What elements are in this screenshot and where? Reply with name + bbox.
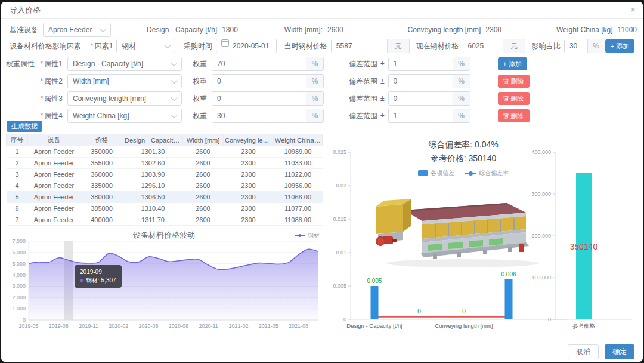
table-cell: 335000 <box>80 180 123 192</box>
calendar-icon <box>221 39 229 47</box>
trash-icon <box>503 96 509 101</box>
current-price-input[interactable]: 元 <box>463 39 525 53</box>
bar-value-label: 0.006 <box>501 271 516 278</box>
attr-select[interactable]: Design - Capacity [t/h] <box>67 57 182 71</box>
attr-value: Design - Capacity [t/h] <box>73 60 143 68</box>
cancel-button[interactable]: 取消 <box>568 344 599 359</box>
current-price-field[interactable] <box>463 39 503 53</box>
deviation-input[interactable]: % <box>388 57 470 71</box>
close-icon[interactable]: × <box>630 4 636 15</box>
factor-add-button[interactable]: + 添加 <box>605 39 634 53</box>
x-tick-label: 2021-02 <box>228 323 248 329</box>
table-cell: 2300 <box>224 169 274 180</box>
chevron-down-icon <box>100 26 106 32</box>
table-cell: 2600 <box>183 203 224 214</box>
attr-select[interactable]: Conveying length [mm] <box>67 91 182 106</box>
table-cell: 1302.60 <box>123 158 183 169</box>
table-row[interactable]: 4Apron Feeder3350001296.102600230010956.… <box>7 180 323 192</box>
weight-delete-button[interactable]: 删除 <box>498 109 530 122</box>
y-tick-label: 3,000 <box>12 283 26 289</box>
table-cell: 3 <box>7 169 28 180</box>
table-cell: Apron Feeder <box>28 169 80 180</box>
y-tick-label: 1,000 <box>12 306 26 312</box>
base-equipment-select[interactable]: Apron Feeder <box>43 23 111 37</box>
chevron-down-icon <box>171 112 177 118</box>
table-row[interactable]: 2Apron Feeder3550001302.602600230011033.… <box>7 158 323 169</box>
table-row[interactable]: 7Apron Feeder4000001311.702600230011088.… <box>7 214 323 226</box>
dialog-footer: 取消 确定 <box>1 342 643 362</box>
base-equipment-row: 基准设备 Apron Feeder Design - Capacity [t/h… <box>10 23 637 37</box>
deviation-input[interactable]: % <box>388 91 470 106</box>
attr-select[interactable]: Weight China [kg] <box>67 109 182 123</box>
weight-row-4: *属性4Weight China [kg]权重%偏差范围±%删除 <box>6 109 638 123</box>
table-cell: 6 <box>7 203 28 214</box>
trash-icon <box>503 113 509 119</box>
spec-width: Width [mm]: 2600 <box>284 26 343 34</box>
bar-value-label: 0 <box>462 308 466 315</box>
y-tick-label: 100,000 <box>531 275 551 281</box>
weight-delete-button[interactable]: 删除 <box>498 92 530 105</box>
plus-minus-label: ± <box>380 112 385 120</box>
deviation-field[interactable] <box>389 109 453 122</box>
equipment-3d-image <box>366 195 549 270</box>
spec-value: 2300 <box>485 26 501 34</box>
ratio-input[interactable]: % <box>564 39 605 53</box>
table-row[interactable]: 5Apron Feeder3800001306.502600230011066.… <box>7 192 323 203</box>
weight-add-button[interactable]: + 添加 <box>498 57 527 70</box>
weight-input[interactable]: % <box>212 109 324 123</box>
weight-field[interactable] <box>212 57 306 70</box>
weight-row-3: *属性3Conveying length [mm]权重%偏差范围±%删除 <box>6 91 638 106</box>
delete-label: 删除 <box>511 94 524 103</box>
factor1-select[interactable]: 钢材 <box>116 39 175 53</box>
table-row[interactable]: 1Apron Feeder3500001301.302600230010989.… <box>7 146 323 158</box>
past-price-field[interactable] <box>332 39 387 53</box>
weight-input[interactable]: % <box>212 74 324 88</box>
y-tick-label: 4,000 <box>12 272 26 278</box>
y-tick-label: 7,000 <box>12 238 26 244</box>
purchase-time-field[interactable] <box>233 39 276 53</box>
spec-design-capacity: Design - Capacity [t/h] 1300 <box>147 26 238 34</box>
weight-field[interactable] <box>212 75 306 88</box>
confirm-button[interactable]: 确定 <box>605 344 634 359</box>
attr-select[interactable]: Width [mm] <box>67 74 182 88</box>
deviation-field[interactable] <box>389 57 453 70</box>
reference-price-value: 350140 <box>570 242 598 251</box>
table-cell: 11022.00 <box>274 169 323 180</box>
spec-label: Width [mm]: <box>284 26 323 34</box>
table-row[interactable]: 6Apron Feeder3850001310.402600230011077.… <box>7 203 323 214</box>
table-cell: 1 <box>7 146 28 158</box>
weight-input[interactable]: % <box>212 91 324 106</box>
factor1-label: *因素1 <box>91 41 113 51</box>
dialog-header: 导入价格 × <box>1 2 643 19</box>
generate-data-button[interactable]: 生成数据 <box>7 121 42 132</box>
x-tick-label: Conveying length [mm] <box>435 322 493 329</box>
table-cell: 1296.10 <box>123 180 183 192</box>
weight-delete-button[interactable]: 删除 <box>498 75 530 88</box>
deviation-chart-panel: 综合偏差率: 0.04% 参考价格: 350140 各项偏差 综合偏差率 00.… <box>328 136 640 336</box>
table-cell: 7 <box>7 214 28 226</box>
column-header: 价格 <box>80 134 123 146</box>
table-cell: 2300 <box>224 180 274 192</box>
purchase-time-input[interactable] <box>216 39 277 53</box>
x-tick-label: 2021-05 <box>259 323 278 329</box>
table-cell: 2300 <box>224 158 274 169</box>
deviation-field[interactable] <box>389 75 453 88</box>
trash-icon <box>503 78 509 84</box>
ratio-field[interactable] <box>565 39 587 53</box>
column-header: 序号 <box>7 134 28 146</box>
y-tick-label: 400,000 <box>531 149 551 155</box>
deviation-input[interactable]: % <box>388 109 470 123</box>
percent-unit: % <box>587 39 605 53</box>
weight-input[interactable]: % <box>212 57 324 71</box>
deviation-input[interactable]: % <box>388 74 470 88</box>
plus-minus-label: ± <box>380 77 385 85</box>
attr-label: *属性2 <box>36 76 63 87</box>
table-cell: 2600 <box>183 214 224 226</box>
past-price-input[interactable]: 元 <box>331 39 410 53</box>
attr-label: *属性3 <box>36 94 63 104</box>
weight-field[interactable] <box>212 92 306 105</box>
weight-field[interactable] <box>212 109 306 122</box>
table-row[interactable]: 3Apron Feeder3600001303.902600230011022.… <box>7 169 323 180</box>
column-header: Weight China [kg] <box>274 134 323 146</box>
deviation-field[interactable] <box>389 92 453 105</box>
